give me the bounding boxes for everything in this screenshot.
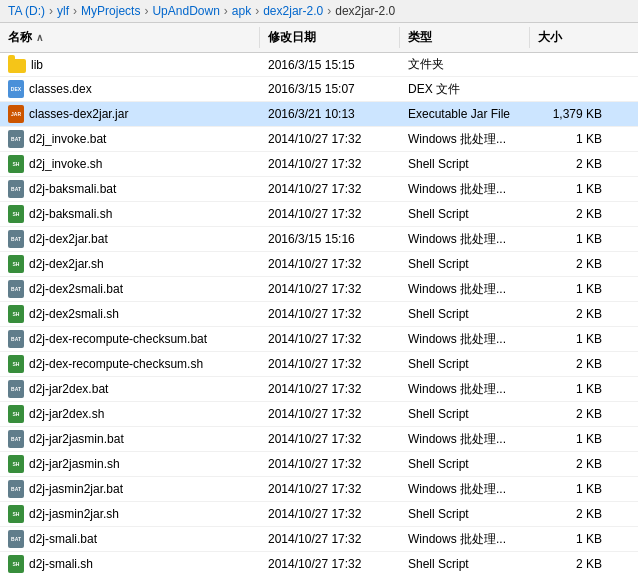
file-size: 2 KB [530,252,610,276]
file-date: 2014/10/27 17:32 [260,352,400,376]
sh-file-icon: SH [8,205,24,223]
file-name: d2j-jasmin2jar.sh [29,507,119,521]
file-type: Shell Script [400,352,530,376]
file-size: 1 KB [530,477,610,501]
breadcrumb-sep-4: › [224,4,228,18]
file-name-cell: SHd2j-dex2jar.sh [0,252,260,276]
file-name: d2j-baksmali.sh [29,207,112,221]
table-row[interactable]: BATd2j-jar2jasmin.bat2014/10/27 17:32Win… [0,427,638,452]
file-name: d2j-dex2jar.bat [29,232,108,246]
table-row[interactable]: SHd2j-smali.sh2014/10/27 17:32Shell Scri… [0,552,638,573]
file-date: 2014/10/27 17:32 [260,527,400,551]
file-size [530,77,610,101]
file-name: d2j-dex2smali.sh [29,307,119,321]
file-date: 2014/10/27 17:32 [260,177,400,201]
breadcrumb-apk[interactable]: apk [232,4,251,18]
table-row[interactable]: SHd2j-jasmin2jar.sh2014/10/27 17:32Shell… [0,502,638,527]
table-row[interactable]: BATd2j-dex-recompute-checksum.bat2014/10… [0,327,638,352]
table-row[interactable]: SHd2j-jar2dex.sh2014/10/27 17:32Shell Sc… [0,402,638,427]
table-row[interactable]: SHd2j_invoke.sh2014/10/27 17:32Shell Scr… [0,152,638,177]
table-row[interactable]: SHd2j-baksmali.sh2014/10/27 17:32Shell S… [0,202,638,227]
header-date[interactable]: 修改日期 [260,27,400,48]
file-size: 1 KB [530,377,610,401]
sh-file-icon: SH [8,405,24,423]
file-date: 2014/10/27 17:32 [260,277,400,301]
file-type: Executable Jar File [400,102,530,126]
file-type: Shell Script [400,552,530,573]
file-name-cell: BATd2j-jasmin2jar.bat [0,477,260,501]
file-date: 2014/10/27 17:32 [260,552,400,573]
header-type[interactable]: 类型 [400,27,530,48]
breadcrumb-myprojects[interactable]: MyProjects [81,4,140,18]
file-name-cell: SHd2j-baksmali.sh [0,202,260,226]
file-name-cell: BATd2j-smali.bat [0,527,260,551]
file-name-cell: SHd2j-dex2smali.sh [0,302,260,326]
file-name-cell: DEXclasses.dex [0,77,260,101]
file-name: d2j-jar2jasmin.bat [29,432,124,446]
table-row[interactable]: BATd2j_invoke.bat2014/10/27 17:32Windows… [0,127,638,152]
file-type: 文件夹 [400,53,530,76]
file-name-cell: JARclasses-dex2jar.jar [0,102,260,126]
file-name-cell: BATd2j-jar2dex.bat [0,377,260,401]
file-type: Shell Script [400,302,530,326]
table-row[interactable]: BATd2j-dex2jar.bat2016/3/15 15:16Windows… [0,227,638,252]
file-type: Shell Script [400,152,530,176]
sh-file-icon: SH [8,255,24,273]
file-date: 2016/3/15 15:07 [260,77,400,101]
file-date: 2014/10/27 17:32 [260,427,400,451]
bat-file-icon: BAT [8,130,24,148]
bat-file-icon: BAT [8,330,24,348]
breadcrumb-upanddown[interactable]: UpAndDown [152,4,219,18]
table-row[interactable]: JARclasses-dex2jar.jar2016/3/21 10:13Exe… [0,102,638,127]
file-size: 2 KB [530,402,610,426]
file-name: d2j-jar2dex.sh [29,407,104,421]
header-size[interactable]: 大小 [530,27,610,48]
breadcrumb-sep-5: › [255,4,259,18]
file-name-cell: SHd2j-jasmin2jar.sh [0,502,260,526]
header-type-label: 类型 [408,29,432,46]
file-name: d2j-dex2jar.sh [29,257,104,271]
table-row[interactable]: BATd2j-smali.bat2014/10/27 17:32Windows … [0,527,638,552]
table-row[interactable]: SHd2j-dex2jar.sh2014/10/27 17:32Shell Sc… [0,252,638,277]
file-date: 2014/10/27 17:32 [260,502,400,526]
table-row[interactable]: BATd2j-baksmali.bat2014/10/27 17:32Windo… [0,177,638,202]
file-name-cell: SHd2j-jar2jasmin.sh [0,452,260,476]
table-row[interactable]: SHd2j-dex2smali.sh2014/10/27 17:32Shell … [0,302,638,327]
file-name: lib [31,58,43,72]
file-name: d2j-jasmin2jar.bat [29,482,123,496]
file-name: classes-dex2jar.jar [29,107,128,121]
file-name: d2j-jar2jasmin.sh [29,457,120,471]
table-row[interactable]: lib2016/3/15 15:15文件夹 [0,53,638,77]
table-row[interactable]: SHd2j-dex-recompute-checksum.sh2014/10/2… [0,352,638,377]
file-type: Shell Script [400,402,530,426]
breadcrumb-ylf[interactable]: ylf [57,4,69,18]
breadcrumb-sep-3: › [144,4,148,18]
table-row[interactable]: BATd2j-jasmin2jar.bat2014/10/27 17:32Win… [0,477,638,502]
header-name[interactable]: 名称 ∧ [0,27,260,48]
file-name-cell: BATd2j-jar2jasmin.bat [0,427,260,451]
file-size: 2 KB [530,552,610,573]
breadcrumb-drive[interactable]: TA (D:) [8,4,45,18]
file-date: 2014/10/27 17:32 [260,302,400,326]
sh-file-icon: SH [8,505,24,523]
table-row[interactable]: BATd2j-dex2smali.bat2014/10/27 17:32Wind… [0,277,638,302]
file-size: 2 KB [530,502,610,526]
file-list: lib2016/3/15 15:15文件夹DEXclasses.dex2016/… [0,53,638,573]
file-name-cell: SHd2j_invoke.sh [0,152,260,176]
table-row[interactable]: SHd2j-jar2jasmin.sh2014/10/27 17:32Shell… [0,452,638,477]
sh-file-icon: SH [8,305,24,323]
file-type: Windows 批处理... [400,427,530,451]
sh-file-icon: SH [8,455,24,473]
bat-file-icon: BAT [8,380,24,398]
file-type: Windows 批处理... [400,277,530,301]
file-size: 2 KB [530,202,610,226]
file-size: 1,379 KB [530,102,610,126]
bat-file-icon: BAT [8,280,24,298]
file-date: 2014/10/27 17:32 [260,377,400,401]
table-row[interactable]: BATd2j-jar2dex.bat2014/10/27 17:32Window… [0,377,638,402]
breadcrumb-dex2jar[interactable]: dex2jar-2.0 [263,4,323,18]
file-date: 2014/10/27 17:32 [260,402,400,426]
file-name-cell: BATd2j-baksmali.bat [0,177,260,201]
table-row[interactable]: DEXclasses.dex2016/3/15 15:07DEX 文件 [0,77,638,102]
jar-file-icon: JAR [8,105,24,123]
